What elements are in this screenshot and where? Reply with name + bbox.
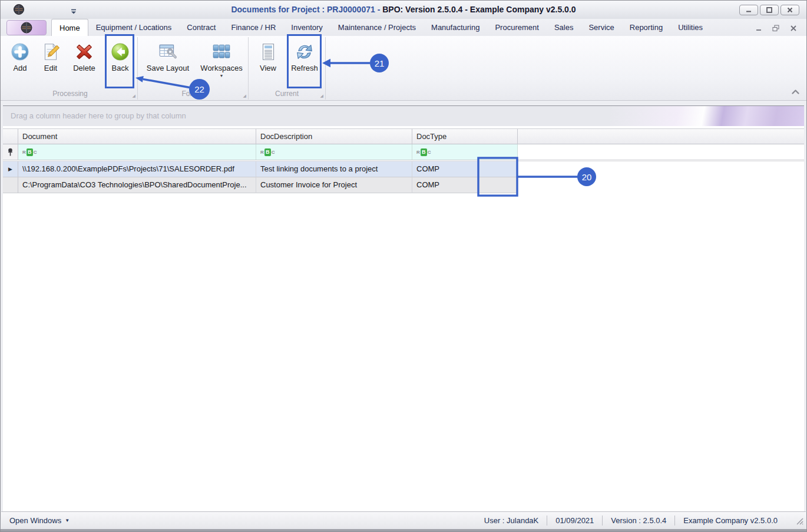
add-icon [10,42,30,62]
group-dialog-launcher-icon[interactable]: ◢ [320,94,323,98]
window-controls [739,5,799,15]
cell-doctype[interactable]: COMP [412,161,518,177]
open-windows-label: Open Windows [9,516,61,525]
tab-inventory[interactable]: Inventory [283,19,330,36]
grid-header-row: Document DocDescription DocType [3,128,804,144]
column-header-document[interactable]: Document [18,129,256,144]
delete-icon [74,42,94,62]
row-indicator: ▶ [3,161,18,177]
tab-sales[interactable]: Sales [547,19,581,36]
cell-empty [518,161,804,177]
save-layout-icon [158,42,178,62]
mdi-close-button[interactable] [790,24,797,34]
group-by-hint: Drag a column header here to group by th… [11,111,186,120]
status-date: 01/09/2021 [547,516,602,525]
tab-home[interactable]: Home [51,19,88,36]
workspaces-icon [211,42,231,62]
group-by-panel[interactable]: Drag a column header here to group by th… [3,106,804,126]
text-filter-icon: RBC [260,148,275,156]
mdi-minimize-button[interactable] [755,24,762,34]
filter-row-indicator [3,144,18,160]
group-label-format: Format [138,90,248,98]
status-company: Example Company v2.5.0.0 [675,516,786,525]
group-dialog-launcher-icon[interactable]: ◢ [243,94,246,98]
group-dialog-launcher-icon[interactable]: ◢ [133,94,135,98]
edit-icon [41,42,61,62]
window-title-app: BPO: Version 2.5.0.4 - Example Company v… [382,5,576,14]
window-title-project: Documents for Project : PRJ0000071 - [231,5,382,14]
tab-finance-hr[interactable]: Finance / HR [223,19,283,36]
ribbon-group-current: View Refresh Current ◢ [249,37,326,100]
cell-document[interactable]: \\192.168.0.200\ExamplePDFs\Projects\71\… [18,161,256,177]
ribbon-group-format: Save Layout Workspaces ▼ Format ◢ [138,37,249,100]
text-filter-icon: RBC [416,148,431,156]
filter-cell-empty [518,144,804,160]
save-layout-button[interactable]: Save Layout [143,39,193,72]
title-bar: Documents for Project : PRJ0000071 - BPO… [1,1,806,19]
cell-doctype[interactable]: COMP [412,177,518,193]
tab-procurement[interactable]: Procurement [487,19,546,36]
tab-contract[interactable]: Contract [179,19,223,36]
workspaces-dropdown-icon: ▼ [220,74,224,78]
window-title: Documents for Project : PRJ0000071 - BPO… [1,5,806,14]
maximize-button[interactable] [760,5,779,15]
open-windows-dropdown[interactable]: Open Windows ▼ [9,516,70,525]
tab-manufacturing[interactable]: Manufacturing [424,19,487,36]
header-indicator-cell [3,129,18,144]
ribbon-toolbar: Add Edit Delete Back Processing [1,36,806,101]
collapse-ribbon-icon[interactable] [791,87,801,98]
tab-equipment-locations[interactable]: Equipment / Locations [88,19,180,36]
ribbon-tab-row: Home Equipment / Locations Contract Fina… [1,19,806,36]
group-label-processing: Processing [3,90,137,98]
close-button[interactable] [780,5,799,15]
back-icon [110,42,130,62]
edit-button[interactable]: Edit [37,39,64,72]
documents-grid: Drag a column header here to group by th… [3,105,804,511]
cell-docdescription[interactable]: Test linking documents to a project [256,161,412,177]
tab-reporting[interactable]: Reporting [622,19,670,36]
table-row[interactable]: ▶ \\192.168.0.200\ExamplePDFs\Projects\7… [3,161,804,177]
group-label-current: Current [249,90,325,98]
application-button[interactable] [6,20,47,35]
column-header-empty [518,129,804,144]
status-version: Version : 2.5.0.4 [603,516,674,525]
tab-maintenance-projects[interactable]: Maintenance / Projects [330,19,424,36]
workspaces-button[interactable]: Workspaces ▼ [197,39,246,78]
add-button[interactable]: Add [6,39,34,72]
column-header-docdescription[interactable]: DocDescription [256,129,412,144]
filter-pin-icon [7,148,14,157]
filter-cell-doctype[interactable]: RBC [412,144,518,160]
bpo-logo-icon [20,21,33,34]
caret-down-icon: ▼ [65,518,70,523]
tab-utilities[interactable]: Utilities [670,19,710,36]
filter-cell-docdescription[interactable]: RBC [256,144,412,160]
cell-docdescription[interactable]: Customer Invoice for Project [256,177,412,193]
ribbon-group-processing: Add Edit Delete Back Processing [3,37,138,100]
back-button[interactable]: Back [105,39,135,72]
status-bar: Open Windows ▼ User : JulandaK 01/09/202… [1,511,806,529]
view-button[interactable]: View [253,39,283,72]
column-header-doctype[interactable]: DocType [412,129,518,144]
ribbon-tabs: Home Equipment / Locations Contract Fina… [51,19,710,36]
delete-button[interactable]: Delete [68,39,101,72]
window-bottom-border [1,529,806,531]
mdi-window-controls [755,24,797,34]
cell-document[interactable]: C:\ProgramData\CO3 Technologies\BPO\Shar… [18,177,256,193]
row-indicator [3,177,18,193]
auto-filter-row: RBC RBC RBC [3,144,804,160]
view-icon [258,42,278,62]
text-filter-icon: RBC [22,148,37,156]
app-window: Documents for Project : PRJ0000071 - BPO… [0,0,807,532]
mdi-restore-button[interactable] [772,24,780,34]
status-user: User : JulandaK [476,516,547,525]
cell-empty [518,177,804,193]
refresh-button[interactable]: Refresh [287,39,322,72]
filter-cell-document[interactable]: RBC [18,144,256,160]
panel-decoration [610,106,804,126]
resize-grip[interactable] [796,517,804,527]
refresh-icon [295,42,315,62]
status-bar-fields: User : JulandaK 01/09/2021 Version : 2.5… [476,512,786,529]
minimize-button[interactable] [739,5,758,15]
tab-service[interactable]: Service [581,19,621,36]
table-row[interactable]: C:\ProgramData\CO3 Technologies\BPO\Shar… [3,177,804,193]
